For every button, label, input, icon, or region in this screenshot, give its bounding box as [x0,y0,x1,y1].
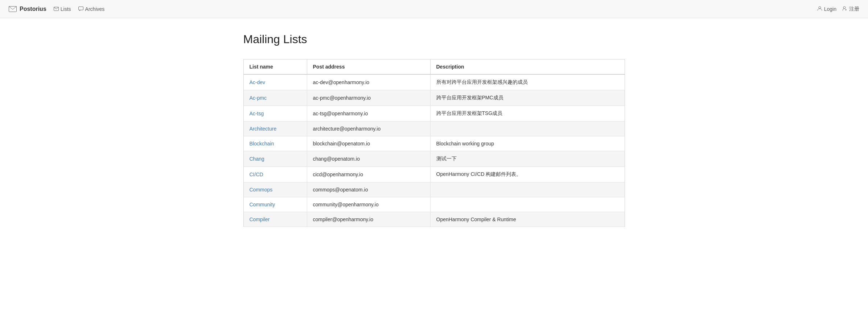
list-name-cell: Compiler [243,212,307,227]
post-address-cell: chang@openatom.io [307,151,430,167]
list-name-link[interactable]: Ac-pmc [250,95,267,101]
svg-point-4 [843,7,846,9]
post-address-cell: architecture@openharmony.io [307,121,430,136]
table-row: Blockchainblockchain@openatom.ioBlockcha… [243,136,625,151]
description-cell [430,197,625,212]
table-row: Compilercompiler@openharmony.ioOpenHarmo… [243,212,625,227]
list-name-link[interactable]: Commops [250,187,273,193]
mailing-lists-table: List name Post address Description Ac-de… [243,59,625,227]
comment-icon [78,6,83,12]
list-name-link[interactable]: Blockchain [250,141,274,147]
login-link[interactable]: Login [817,6,836,12]
list-name-cell: Architecture [243,121,307,136]
lists-nav-link[interactable]: Lists [54,6,71,12]
main-content: Mailing Lists List name Post address Des… [235,18,634,249]
col-header-post-address: Post address [307,59,430,75]
list-name-cell: Blockchain [243,136,307,151]
svg-point-3 [819,7,821,9]
list-name-cell: CI/CD [243,167,307,182]
list-name-cell: Ac-dev [243,74,307,90]
brand-name: Postorius [20,6,46,12]
post-address-cell: ac-tsg@openharmony.io [307,106,430,121]
list-name-link[interactable]: Community [250,202,275,207]
description-cell: 跨平台应用开发框架TSG成员 [430,106,625,121]
login-icon [817,6,822,12]
page-title: Mailing Lists [243,33,625,46]
table-row: Changchang@openatom.io测试一下 [243,151,625,167]
list-name-cell: Ac-tsg [243,106,307,121]
table-header-row: List name Post address Description [243,59,625,75]
list-name-cell: Commops [243,182,307,197]
archives-nav-label: Archives [85,6,105,12]
table-row: Ac-tsgac-tsg@openharmony.io跨平台应用开发框架TSG成… [243,106,625,121]
list-name-cell: Community [243,197,307,212]
mail-icon [9,6,17,12]
col-header-list-name: List name [243,59,307,75]
table-row: Communitycommunity@openharmony.io [243,197,625,212]
archives-nav-link[interactable]: Archives [78,6,105,12]
description-cell: 跨平台应用开发框架PMC成员 [430,90,625,106]
table-row: Commopscommops@openatom.io [243,182,625,197]
register-link[interactable]: 注册 [842,6,859,12]
description-cell: 所有对跨平台应用开发框架感兴趣的成员 [430,74,625,90]
register-label: 注册 [849,6,859,12]
table-row: Ac-pmcac-pmc@openharmony.io跨平台应用开发框架PMC成… [243,90,625,106]
list-name-link[interactable]: Ac-dev [250,79,266,85]
description-cell: Blockchain working group [430,136,625,151]
navbar-left: Postorius Lists Archives [9,6,104,12]
table-row: Architecturearchitecture@openharmony.io [243,121,625,136]
svg-rect-2 [78,7,83,10]
post-address-cell: commops@openatom.io [307,182,430,197]
list-name-link[interactable]: Ac-tsg [250,111,264,116]
description-cell: OpenHarmony Compiler & Runtime [430,212,625,227]
list-name-link[interactable]: Chang [250,156,264,162]
description-cell: OpenHarmony CI/CD 构建邮件列表。 [430,167,625,182]
list-name-link[interactable]: Compiler [250,217,270,222]
post-address-cell: ac-dev@openharmony.io [307,74,430,90]
table-row: Ac-devac-dev@openharmony.io所有对跨平台应用开发框架感… [243,74,625,90]
list-name-link[interactable]: Architecture [250,126,277,132]
list-name-cell: Ac-pmc [243,90,307,106]
brand-link[interactable]: Postorius [9,6,46,12]
list-name-link[interactable]: CI/CD [250,172,263,177]
post-address-cell: compiler@openharmony.io [307,212,430,227]
navbar-right: Login 注册 [817,6,859,12]
login-label: Login [824,6,836,12]
description-cell [430,121,625,136]
table-row: CI/CDcicd@openharmony.ioOpenHarmony CI/C… [243,167,625,182]
envelope-icon [54,6,59,12]
description-cell: 测试一下 [430,151,625,167]
navbar: Postorius Lists Archives [0,0,868,18]
description-cell [430,182,625,197]
post-address-cell: blockchain@openatom.io [307,136,430,151]
post-address-cell: community@openharmony.io [307,197,430,212]
post-address-cell: ac-pmc@openharmony.io [307,90,430,106]
col-header-description: Description [430,59,625,75]
lists-nav-label: Lists [61,6,71,12]
register-icon [842,6,847,12]
list-name-cell: Chang [243,151,307,167]
post-address-cell: cicd@openharmony.io [307,167,430,182]
